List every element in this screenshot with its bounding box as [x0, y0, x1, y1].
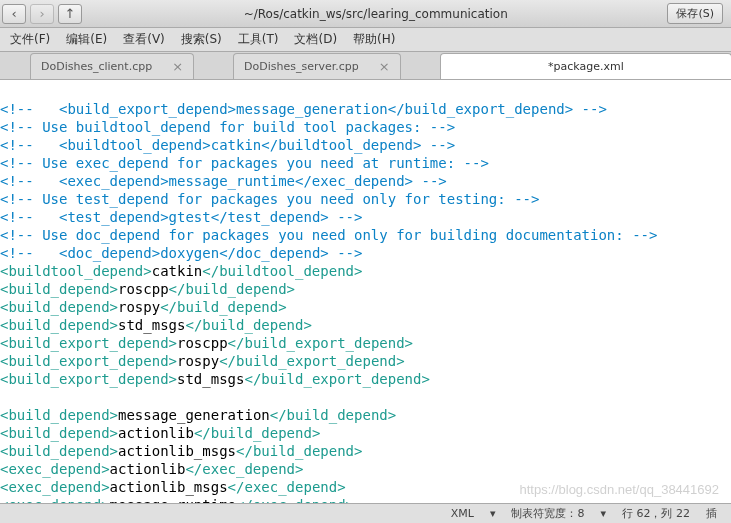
- tab-bar: DoDishes_client.cpp × DoDishes_server.cp…: [0, 52, 731, 80]
- tab-label: DoDishes_server.cpp: [244, 60, 359, 73]
- tab-label: DoDishes_client.cpp: [41, 60, 152, 73]
- status-language[interactable]: XML: [451, 507, 474, 520]
- code-line: <!-- Use doc_depend for packages you nee…: [0, 227, 657, 243]
- arrow-up-icon: ↑: [65, 6, 76, 21]
- nav-up-button[interactable]: ↑: [58, 4, 82, 24]
- code-line: <build_depend>roscpp</build_depend>: [0, 281, 295, 297]
- code-line: <build_depend>message_generation</build_…: [0, 407, 396, 423]
- code-line: <!-- Use buildtool_depend for build tool…: [0, 119, 455, 135]
- code-line: <build_export_depend>rospy</build_export…: [0, 353, 405, 369]
- code-line: [0, 389, 8, 405]
- menu-edit[interactable]: 编辑(E): [58, 28, 115, 51]
- dropdown-icon[interactable]: ▾: [490, 507, 496, 520]
- status-tabwidth[interactable]: 制表符宽度：8: [511, 506, 584, 521]
- close-icon[interactable]: ×: [379, 59, 390, 74]
- code-line: <build_depend>actionlib</build_depend>: [0, 425, 320, 441]
- tab-package-xml[interactable]: *package.xml: [440, 53, 731, 79]
- dropdown-icon[interactable]: ▾: [600, 507, 606, 520]
- menu-search[interactable]: 搜索(S): [173, 28, 230, 51]
- code-line: <!-- Use test_depend for packages you ne…: [0, 191, 539, 207]
- code-line: <build_export_depend>std_msgs</build_exp…: [0, 371, 430, 387]
- tab-server[interactable]: DoDishes_server.cpp ×: [233, 53, 401, 79]
- menu-file[interactable]: 文件(F): [2, 28, 58, 51]
- code-line: <build_depend>actionlib_msgs</build_depe…: [0, 443, 362, 459]
- code-line: <buildtool_depend>catkin</buildtool_depe…: [0, 263, 362, 279]
- status-insert-mode: 插: [706, 506, 717, 521]
- title-bar: ‹ › ↑ ~/Ros/catkin_ws/src/learing_commun…: [0, 0, 731, 28]
- menu-view[interactable]: 查看(V): [115, 28, 173, 51]
- menu-bar: 文件(F) 编辑(E) 查看(V) 搜索(S) 工具(T) 文档(D) 帮助(H…: [0, 28, 731, 52]
- watermark: https://blog.csdn.net/qq_38441692: [520, 482, 720, 497]
- code-line: <!-- <exec_depend>message_runtime</exec_…: [0, 173, 447, 189]
- code-line: <exec_depend>actionlib</exec_depend>: [0, 461, 303, 477]
- code-line: <build_depend>std_msgs</build_depend>: [0, 317, 312, 333]
- code-line: <build_depend>rospy</build_depend>: [0, 299, 287, 315]
- code-line: <!-- <test_depend>gtest</test_depend> --…: [0, 209, 362, 225]
- window-title: ~/Ros/catkin_ws/src/learing_communicatio…: [84, 7, 667, 21]
- menu-help[interactable]: 帮助(H): [345, 28, 403, 51]
- code-line: <exec_depend>actionlib_msgs</exec_depend…: [0, 479, 346, 495]
- code-line: <!-- <buildtool_depend>catkin</buildtool…: [0, 137, 455, 153]
- code-line: <!-- Use exec_depend for packages you ne…: [0, 155, 489, 171]
- tab-label: *package.xml: [548, 60, 624, 73]
- nav-forward-button[interactable]: ›: [30, 4, 54, 24]
- code-line: <!-- <build_export_depend>message_genera…: [0, 101, 607, 117]
- nav-back-button[interactable]: ‹: [2, 4, 26, 24]
- code-line: <build_export_depend>roscpp</build_expor…: [0, 335, 413, 351]
- menu-tools[interactable]: 工具(T): [230, 28, 287, 51]
- menu-docs[interactable]: 文档(D): [286, 28, 345, 51]
- code-line: <!-- <doc_depend>doxygen</doc_depend> --…: [0, 245, 362, 261]
- close-icon[interactable]: ×: [172, 59, 183, 74]
- tab-client[interactable]: DoDishes_client.cpp ×: [30, 53, 194, 79]
- status-cursor-pos: 行 62，列 22: [622, 506, 690, 521]
- chevron-right-icon: ›: [39, 6, 44, 21]
- save-button[interactable]: 保存(S): [667, 3, 723, 24]
- status-bar: XML ▾ 制表符宽度：8 ▾ 行 62，列 22 插: [0, 503, 731, 523]
- code-editor[interactable]: <!-- <build_export_depend>message_genera…: [0, 80, 731, 520]
- chevron-left-icon: ‹: [11, 6, 16, 21]
